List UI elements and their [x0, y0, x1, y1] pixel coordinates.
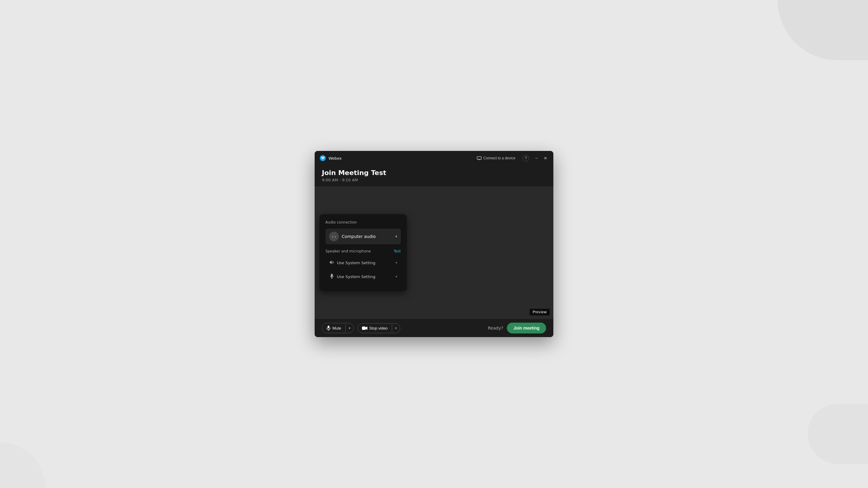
bottom-bar: Mute ▾ Stop video ▾ Ready? Join meeting — [315, 319, 553, 337]
test-link[interactable]: Test — [394, 249, 401, 253]
join-meeting-button[interactable]: Join meeting — [507, 323, 546, 333]
bg-decoration-top — [778, 0, 868, 60]
mic-selector[interactable]: Use System Setting ▾ — [326, 271, 401, 282]
window-controls: − ✕ — [534, 156, 549, 161]
help-button[interactable]: ? — [523, 155, 529, 161]
mic-setting-text: Use System Setting — [337, 274, 393, 279]
bg-decoration-left — [0, 443, 45, 488]
svg-rect-2 — [331, 274, 333, 277]
headphones-icon — [332, 234, 336, 239]
speaker-mic-row: Speaker and microphone Test — [326, 249, 401, 253]
video-chevron-button[interactable]: ▾ — [392, 324, 400, 332]
close-button[interactable]: ✕ — [542, 156, 549, 161]
mute-button[interactable]: Mute — [322, 323, 345, 333]
minimize-button[interactable]: − — [534, 156, 539, 161]
computer-audio-chevron: ▾ — [396, 234, 397, 238]
video-icon — [362, 326, 367, 330]
ready-label: Ready? — [488, 326, 503, 330]
meeting-time: 9:00 AM - 9:10 AM — [322, 178, 546, 182]
speaker-setting-text: Use System Setting — [337, 261, 393, 265]
title-bar: Webex Connect to a device ? − ✕ — [315, 151, 553, 165]
speaker-selector[interactable]: Use System Setting ▾ — [326, 258, 401, 268]
audio-panel: Audio connection Computer audio ▾ Speake… — [319, 214, 407, 291]
app-window: Webex Connect to a device ? − ✕ — [315, 151, 553, 337]
audio-connection-label: Audio connection — [326, 220, 401, 224]
connect-device-button[interactable]: Connect to a device — [474, 155, 518, 161]
speaker-chevron: ▾ — [396, 261, 397, 265]
meeting-title: Join Meeting Test — [322, 169, 546, 176]
svg-rect-3 — [328, 326, 330, 328]
bg-decoration-right — [808, 404, 868, 464]
title-bar-left: Webex — [319, 155, 342, 161]
title-bar-right: Connect to a device ? − ✕ — [474, 155, 549, 161]
stop-video-button[interactable]: Stop video — [358, 324, 392, 333]
svg-point-0 — [320, 155, 326, 161]
mic-chevron: ▾ — [396, 275, 397, 279]
speaker-svg-icon — [330, 260, 334, 264]
mute-chevron-button[interactable]: ▾ — [345, 324, 353, 332]
mute-button-group: Mute ▾ — [322, 323, 354, 333]
monitor-icon — [477, 156, 482, 160]
computer-audio-label: Computer audio — [342, 234, 393, 239]
webex-logo — [319, 155, 326, 161]
preview-badge: Preview — [530, 309, 550, 315]
mic-svg-icon — [330, 274, 334, 279]
audio-icon — [329, 232, 339, 241]
mic-mute-icon — [327, 326, 331, 330]
video-button-group: Stop video ▾ — [358, 323, 400, 333]
svg-rect-4 — [362, 327, 366, 330]
meeting-header: Join Meeting Test 9:00 AM - 9:10 AM — [315, 165, 553, 187]
speaker-icon — [329, 260, 335, 265]
mic-icon — [329, 274, 335, 280]
video-container: Audio connection Computer audio ▾ Speake… — [315, 187, 553, 319]
speaker-mic-label: Speaker and microphone — [326, 249, 371, 253]
app-name-label: Webex — [329, 156, 342, 161]
computer-audio-selector[interactable]: Computer audio ▾ — [326, 229, 401, 244]
svg-rect-1 — [477, 157, 481, 159]
